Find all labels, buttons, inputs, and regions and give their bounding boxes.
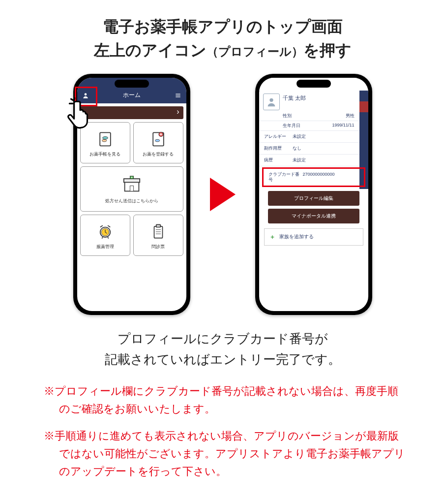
- svg-point-6: [102, 139, 106, 142]
- heading-line1: 電子お薬手帳アプリのトップ画面: [10, 15, 435, 38]
- card-med-manage[interactable]: 服薬管理: [80, 215, 130, 256]
- pharmacy-icon: [122, 175, 142, 195]
- note-2: ※手順通りに進めても表示されない場合、アプリのバージョンが最新版ではない可能性が…: [10, 427, 435, 481]
- card-send-rx[interactable]: 処方せん送信はこちらから: [80, 166, 183, 212]
- topbar-title: ホーム: [89, 91, 175, 100]
- plus-icon: ＋: [269, 233, 275, 241]
- result-caption: プロフィールにクラブカード番号が 記載されていればエントリー完了です。: [10, 329, 435, 370]
- svg-rect-17: [156, 224, 160, 227]
- row-sideeffect: 副作用歴 なし: [259, 143, 368, 155]
- menu-icon[interactable]: [175, 92, 181, 100]
- card-register-med[interactable]: お薬を登録する: [133, 122, 183, 163]
- medbook-icon: [96, 129, 115, 148]
- club-card-value: 2700000000000: [303, 172, 359, 183]
- svg-point-9: [155, 139, 159, 142]
- heading-line2: 左上のアイコン（プロフィール）を押す: [10, 38, 435, 62]
- club-card-label: クラブカード番号: [268, 172, 303, 183]
- svg-rect-12: [130, 186, 133, 191]
- card-questionnaire[interactable]: 問診票: [133, 215, 183, 256]
- instruction-heading: 電子お薬手帳アプリのトップ画面 左上のアイコン（プロフィール）を押す: [10, 15, 435, 62]
- svg-rect-11: [123, 179, 139, 182]
- svg-rect-16: [154, 226, 162, 238]
- alarm-icon: [96, 222, 115, 241]
- edit-profile-button[interactable]: プロフィール編集: [268, 191, 359, 206]
- register-icon: [149, 129, 168, 148]
- add-family-button[interactable]: ＋ 家族を追加する: [264, 228, 363, 246]
- phones-row: ホーム お薬手帳を見る お薬を登録する: [10, 74, 435, 315]
- tap-hand-icon: [63, 97, 96, 130]
- info-tab-icon: [359, 101, 368, 112]
- phone-profile: 千葉 太郎 性別 男性 生年月日 1999/11/11 アレルギー 未設定 副作…: [255, 74, 372, 315]
- row-dob: 生年月日 1999/11/11: [259, 121, 368, 131]
- row-history: 病歴 未設定: [259, 155, 368, 166]
- mynaportal-button[interactable]: マイナポータル連携: [268, 209, 359, 223]
- avatar-icon: [263, 94, 280, 110]
- phone-notch: [297, 80, 331, 88]
- svg-point-5: [102, 136, 108, 139]
- profile-header: 千葉 太郎: [259, 91, 368, 111]
- arrow-icon: [210, 178, 236, 211]
- row-club-card-highlight: クラブカード番号 2700000000000: [262, 167, 365, 187]
- svg-point-21: [269, 98, 273, 102]
- phone-home: ホーム お薬手帳を見る お薬を登録する: [73, 74, 190, 315]
- clipboard-icon: [149, 222, 168, 241]
- note-1: ※プロフィール欄にクラブカード番号が記載されない場合は、再度手順のご確認をお願い…: [10, 382, 435, 418]
- row-gender: 性別 男性: [259, 111, 368, 121]
- profile-name: 千葉 太郎: [283, 94, 306, 110]
- row-allergy: アレルギー 未設定: [259, 131, 368, 143]
- phone-notch: [115, 80, 149, 88]
